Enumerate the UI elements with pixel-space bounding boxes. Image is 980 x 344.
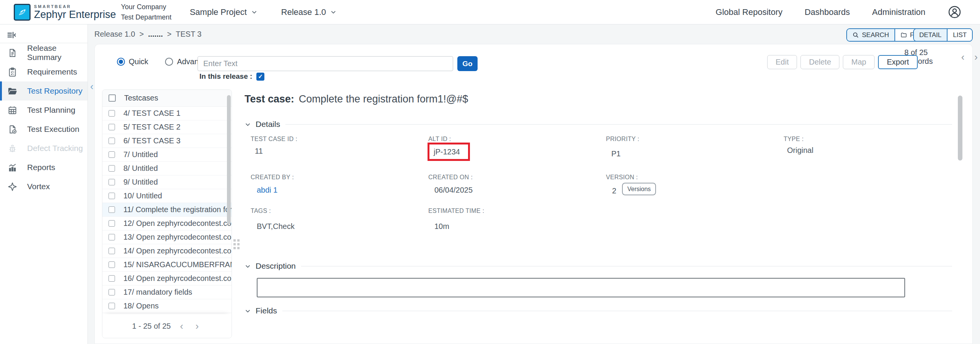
fields-section-header: Fields xyxy=(245,306,952,315)
nav-dashboards[interactable]: Dashboards xyxy=(805,7,850,17)
sidebar-collapse-icon[interactable] xyxy=(6,30,18,41)
sidebar-item-vortex[interactable]: Vortex xyxy=(0,177,87,196)
nav-global-repository[interactable]: Global Repository xyxy=(716,7,782,17)
row-checkbox[interactable] xyxy=(109,261,115,268)
testcase-label: 12/ Open zephyrcodecontest.com websi xyxy=(123,219,232,228)
list-item[interactable]: 10/ Untitled xyxy=(102,189,232,203)
row-checkbox[interactable] xyxy=(109,248,115,254)
detail-toggle-button[interactable]: DETAIL xyxy=(914,29,947,41)
folder-open-icon xyxy=(7,86,18,96)
created-on-value: 06/04/2025 xyxy=(434,186,473,195)
list-item[interactable]: 16/ Open zephyrcodecontest.com websi xyxy=(102,272,232,286)
detail-scrollbar-thumb[interactable] xyxy=(958,96,962,161)
search-toggle-button[interactable]: SEARCH xyxy=(847,29,894,41)
quick-radio[interactable]: Quick xyxy=(117,57,148,66)
row-checkbox[interactable] xyxy=(109,303,115,309)
list-item[interactable]: 4/ TEST CASE 1 xyxy=(102,107,232,120)
breadcrumb-collapsed[interactable]: ....... xyxy=(148,30,163,39)
clipboard-icon xyxy=(7,67,18,77)
export-button[interactable]: Export xyxy=(878,55,918,69)
project-dropdown[interactable]: Sample Project xyxy=(190,7,258,17)
testcase-detail-title: Test case:Complete the registration form… xyxy=(245,93,468,105)
document-icon xyxy=(7,48,18,58)
next-record-icon[interactable]: › xyxy=(972,52,980,62)
sidebar-item-test-execution[interactable]: Test Execution xyxy=(0,120,87,139)
row-checkbox[interactable] xyxy=(109,151,115,158)
row-checkbox[interactable] xyxy=(109,275,115,282)
row-checkbox[interactable] xyxy=(109,289,115,295)
testcase-label: 18/ Opens xyxy=(123,302,159,310)
row-checkbox[interactable] xyxy=(109,206,115,213)
chevron-down-icon[interactable] xyxy=(245,263,251,269)
search-icon xyxy=(852,32,859,38)
list-item[interactable]: 14/ Open zephyrcodecontest.com websi xyxy=(102,244,232,258)
list-item[interactable]: 6/ TEST CASE 3 xyxy=(102,134,232,148)
alt-id-value-highlighted: jP-1234 xyxy=(428,143,470,161)
row-checkbox[interactable] xyxy=(109,124,115,130)
user-avatar-icon[interactable] xyxy=(948,5,962,19)
row-checkbox[interactable] xyxy=(109,165,115,172)
sidebar-item-reports[interactable]: Reports xyxy=(0,158,87,177)
panel-resize-handle[interactable] xyxy=(233,239,240,249)
go-button[interactable]: Go xyxy=(457,56,478,71)
list-item[interactable]: 17/ mandatory fields xyxy=(102,286,232,299)
sidebar-item-release-summary[interactable]: Release Summary xyxy=(0,43,87,62)
prev-record-icon[interactable]: ‹ xyxy=(959,52,967,62)
pagination-next-icon[interactable]: › xyxy=(193,320,202,332)
testcase-label: 16/ Open zephyrcodecontest.com websi xyxy=(123,274,232,283)
list-item[interactable]: 11/ Complete the registration form1!@#$ xyxy=(102,203,232,217)
versions-button[interactable]: Versions xyxy=(622,183,656,195)
list-item[interactable]: 5/ TEST CASE 2 xyxy=(102,120,232,134)
search-input[interactable] xyxy=(198,56,453,71)
testcase-label: 7/ Untitled xyxy=(123,150,158,159)
list-item[interactable]: 9/ Untitled xyxy=(102,175,232,189)
edit-button[interactable]: Edit xyxy=(767,55,797,69)
release-dropdown-label: Release 1.0 xyxy=(281,7,326,17)
select-all-checkbox[interactable] xyxy=(109,94,116,102)
nav-administration[interactable]: Administration xyxy=(872,7,925,17)
sidebar-item-test-repository[interactable]: Test Repository xyxy=(0,81,87,101)
delete-button[interactable]: Delete xyxy=(800,55,839,69)
sidebar: Release Summary Requirements Test Reposi… xyxy=(0,24,88,344)
version-label: VERSION : xyxy=(606,174,638,181)
list-item[interactable]: 15/ NISARGACUCUMBERFRAMEWORK xyxy=(102,258,232,272)
release-dropdown[interactable]: Release 1.0 xyxy=(281,7,337,17)
list-item[interactable]: 8/ Untitled xyxy=(102,162,232,175)
row-checkbox[interactable] xyxy=(109,110,115,117)
type-label: TYPE : xyxy=(784,136,803,143)
row-checkbox[interactable] xyxy=(109,220,115,227)
chevron-down-icon[interactable] xyxy=(245,308,251,314)
chevron-down-icon[interactable] xyxy=(245,121,251,128)
in-this-release-checkbox[interactable]: ✓ xyxy=(256,73,264,81)
list-item[interactable]: 13/ Open zephyrcodecontest.com websi xyxy=(102,230,232,244)
row-checkbox[interactable] xyxy=(109,179,115,185)
row-checkbox[interactable] xyxy=(109,193,115,199)
in-this-release-control: In this release : ✓ xyxy=(199,72,264,81)
row-checkbox[interactable] xyxy=(109,138,115,144)
list-scrollbar-thumb[interactable] xyxy=(227,95,231,224)
chart-icon xyxy=(7,162,18,173)
created-by-link[interactable]: abdi 1 xyxy=(257,186,278,195)
row-checkbox[interactable] xyxy=(109,234,115,240)
section-divider xyxy=(301,266,952,266)
pagination-label: 1 - 25 of 25 xyxy=(132,322,171,331)
pagination-prev-icon[interactable]: ‹ xyxy=(177,320,186,332)
map-button[interactable]: Map xyxy=(843,55,875,69)
list-item[interactable]: 7/ Untitled xyxy=(102,148,232,162)
list-item[interactable]: 18/ Opens xyxy=(102,299,232,313)
list-toggle-button[interactable]: LIST xyxy=(947,29,972,41)
description-textbox[interactable] xyxy=(257,278,905,297)
type-value: Original xyxy=(787,146,813,155)
breadcrumb-release[interactable]: Release 1.0 xyxy=(94,30,135,39)
in-this-release-label: In this release : xyxy=(199,72,252,81)
panel-collapse-chevron-icon[interactable]: ‹ xyxy=(90,81,94,92)
testcase-list-panel: Testcases 4/ TEST CASE 15/ TEST CASE 26/… xyxy=(102,89,232,338)
testcase-label: 6/ TEST CASE 3 xyxy=(123,136,180,145)
sidebar-item-requirements[interactable]: Requirements xyxy=(0,62,87,81)
app-header: SMARTBEAR Zephyr Enterprise Your Company… xyxy=(0,0,980,24)
zephyr-logo xyxy=(14,4,31,21)
pinwheel-icon xyxy=(7,182,18,192)
priority-label: PRIORITY : xyxy=(606,136,639,143)
sidebar-item-test-planning[interactable]: Test Planning xyxy=(0,101,87,120)
list-item[interactable]: 12/ Open zephyrcodecontest.com websi xyxy=(102,217,232,230)
